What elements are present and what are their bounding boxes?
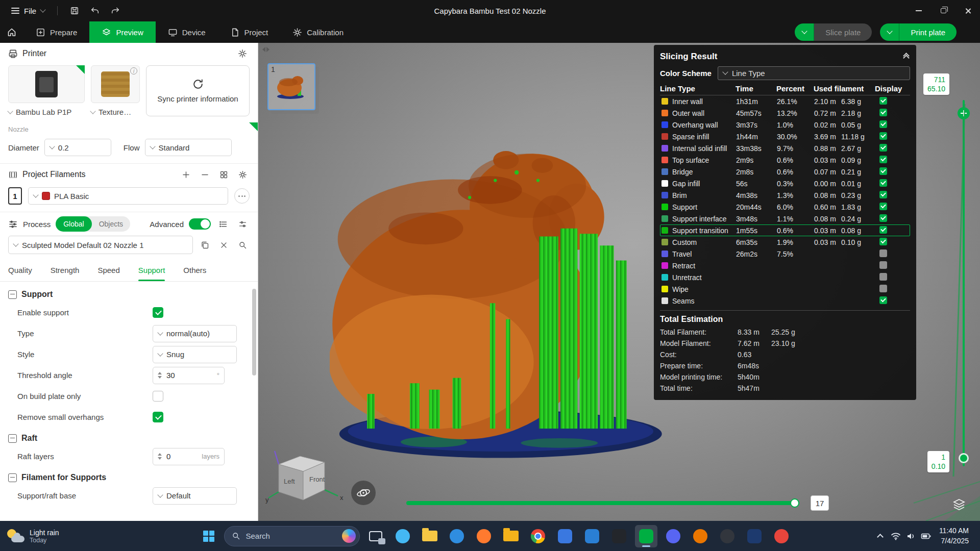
- navigation-cube[interactable]: Left Front y x: [265, 447, 347, 508]
- line-type-row-outer-wall[interactable]: Outer wall45m57s13.2%0.72 m2.18 g: [660, 107, 910, 119]
- collapse-panel-icon[interactable]: [902, 52, 910, 62]
- line-type-row-support-transition[interactable]: Support transition1m55s0.6%0.03 m0.08 g: [660, 224, 910, 236]
- line-type-row-support-interface[interactable]: Support interface3m48s1.1%0.08 m0.24 g: [660, 213, 910, 224]
- type-select[interactable]: normal(auto): [153, 325, 237, 342]
- layer-slider-top-handle[interactable]: [958, 107, 970, 119]
- support-raft-base-select[interactable]: Default: [153, 487, 237, 505]
- wifi-button[interactable]: [888, 527, 903, 546]
- tab-project[interactable]: Project: [218, 21, 281, 43]
- scrollbar-thumb[interactable]: [252, 289, 256, 375]
- nozzle-flow-select[interactable]: Standard: [145, 139, 232, 156]
- line-type-row-unretract[interactable]: Unretract: [660, 271, 910, 283]
- raft-layers-spinner[interactable]: 0layers: [153, 448, 225, 465]
- nozzle-diameter-select[interactable]: 0.2: [44, 139, 111, 156]
- collapse-sidebar-icon[interactable]: [261, 45, 271, 54]
- slider-mode-button[interactable]: [950, 496, 968, 513]
- line-type-row-internal-solid-infill[interactable]: Internal solid infill33m38s9.7%0.88 m2.6…: [660, 142, 910, 154]
- copilot-icon[interactable]: [391, 525, 414, 547]
- bed-type-card[interactable]: Texture…: [91, 65, 140, 116]
- scrollbar[interactable]: [252, 285, 256, 518]
- display-checkbox[interactable]: [879, 179, 887, 187]
- save-preset-button[interactable]: [198, 238, 212, 252]
- display-checkbox[interactable]: [879, 238, 887, 245]
- process-tab-strength[interactable]: Strength: [51, 259, 80, 281]
- chrome-2-icon[interactable]: [770, 525, 793, 547]
- microsoft-store-icon[interactable]: [554, 525, 576, 547]
- color-scheme-select[interactable]: Line Type: [718, 66, 910, 80]
- scope-global[interactable]: Global: [56, 216, 91, 232]
- file-explorer-icon[interactable]: [419, 525, 441, 547]
- slice-plate-button[interactable]: Slice plate: [795, 23, 872, 41]
- layer-slider-bottom-handle[interactable]: [959, 453, 969, 463]
- display-checkbox[interactable]: [879, 203, 887, 210]
- step-slider[interactable]: 17: [406, 498, 835, 508]
- line-type-row-bridge[interactable]: Bridge2m8s0.6%0.07 m0.21 g: [660, 166, 910, 178]
- step-slider-track[interactable]: [406, 501, 799, 505]
- line-type-row-gap-infill[interactable]: Gap infill56s0.3%0.00 m0.01 g: [660, 178, 910, 189]
- redo-button[interactable]: [106, 3, 125, 19]
- minimize-button[interactable]: [906, 0, 931, 21]
- process-tab-speed[interactable]: Speed: [97, 259, 119, 281]
- task-view-icon[interactable]: [364, 525, 387, 547]
- process-tab-quality[interactable]: Quality: [8, 259, 32, 281]
- add-filament-button[interactable]: [179, 167, 193, 182]
- line-type-row-retract[interactable]: Retract: [660, 260, 910, 271]
- line-type-row-seams[interactable]: Seams: [660, 295, 910, 307]
- display-checkbox[interactable]: [879, 109, 887, 116]
- print-plate-label[interactable]: Print plate: [899, 23, 957, 41]
- blender-icon[interactable]: [689, 525, 712, 547]
- weather-widget[interactable]: Light rain Today: [0, 529, 118, 544]
- discord-icon[interactable]: [662, 525, 684, 547]
- search-settings-button[interactable]: [235, 238, 250, 252]
- filament-select[interactable]: PLA Basic: [28, 187, 228, 205]
- printer-model-select[interactable]: Bambu Lab P1P: [8, 108, 85, 116]
- bambu-studio-icon[interactable]: [635, 525, 657, 547]
- view-list-button[interactable]: [216, 217, 230, 231]
- reset-preset-button[interactable]: [216, 238, 231, 252]
- process-tab-others[interactable]: Others: [183, 259, 206, 281]
- print-plate-button[interactable]: Print plate: [880, 23, 957, 41]
- layer-slider-track[interactable]: [963, 100, 965, 466]
- layer-slider[interactable]: [961, 100, 966, 466]
- line-type-row-support[interactable]: Support20m44s6.0%0.60 m1.83 g: [660, 201, 910, 213]
- style-select[interactable]: Snug: [153, 346, 237, 363]
- tab-preview[interactable]: Preview: [89, 21, 155, 43]
- line-type-row-sparse-infill[interactable]: Sparse infill1h44m30.0%3.69 m11.18 g: [660, 131, 910, 142]
- display-checkbox[interactable]: [879, 285, 887, 292]
- plate-thumbnail[interactable]: 1: [267, 63, 315, 110]
- line-type-row-travel[interactable]: Travel26m2s7.5%: [660, 248, 910, 260]
- chrome-icon[interactable]: [527, 525, 549, 547]
- edge-icon[interactable]: [446, 525, 468, 547]
- slice-dropdown[interactable]: [795, 23, 814, 41]
- print-dropdown[interactable]: [880, 23, 899, 41]
- folder-icon[interactable]: [500, 525, 522, 547]
- line-type-row-custom[interactable]: Custom6m35s1.9%0.03 m0.10 g: [660, 236, 910, 248]
- restore-button[interactable]: [931, 0, 955, 21]
- display-checkbox[interactable]: [879, 261, 887, 269]
- cube-face-front[interactable]: Front: [309, 475, 325, 483]
- display-checkbox[interactable]: [879, 273, 887, 281]
- display-checkbox[interactable]: [879, 191, 887, 198]
- taskbar-search[interactable]: Search: [224, 526, 360, 546]
- printer-card[interactable]: Bambu Lab P1P: [8, 65, 85, 116]
- home-button[interactable]: [0, 21, 23, 43]
- line-type-row-overhang-wall[interactable]: Overhang wall3m37s1.0%0.02 m0.05 g: [660, 119, 910, 131]
- info-icon[interactable]: [130, 67, 137, 74]
- display-checkbox[interactable]: [879, 249, 887, 257]
- filament-settings-button[interactable]: [235, 167, 250, 182]
- step-slider-handle[interactable]: [790, 498, 799, 508]
- display-checkbox[interactable]: [879, 226, 887, 234]
- filament-palette-button[interactable]: [216, 167, 231, 182]
- line-type-row-brim[interactable]: Brim4m38s1.3%0.08 m0.23 g: [660, 189, 910, 201]
- display-checkbox[interactable]: [879, 120, 887, 128]
- line-type-row-wipe[interactable]: Wipe: [660, 283, 910, 295]
- line-type-row-top-surface[interactable]: Top surface2m9s0.6%0.03 m0.09 g: [660, 154, 910, 166]
- file-menu-button[interactable]: File: [6, 5, 50, 17]
- advanced-toggle[interactable]: [189, 218, 211, 230]
- process-tab-support[interactable]: Support: [138, 259, 165, 281]
- process-scope-toggle[interactable]: Global Objects: [56, 216, 130, 232]
- scope-objects[interactable]: Objects: [92, 220, 130, 228]
- bed-type-select[interactable]: Texture…: [91, 108, 140, 116]
- orbit-camera-button[interactable]: [351, 481, 376, 505]
- display-checkbox[interactable]: [879, 296, 887, 304]
